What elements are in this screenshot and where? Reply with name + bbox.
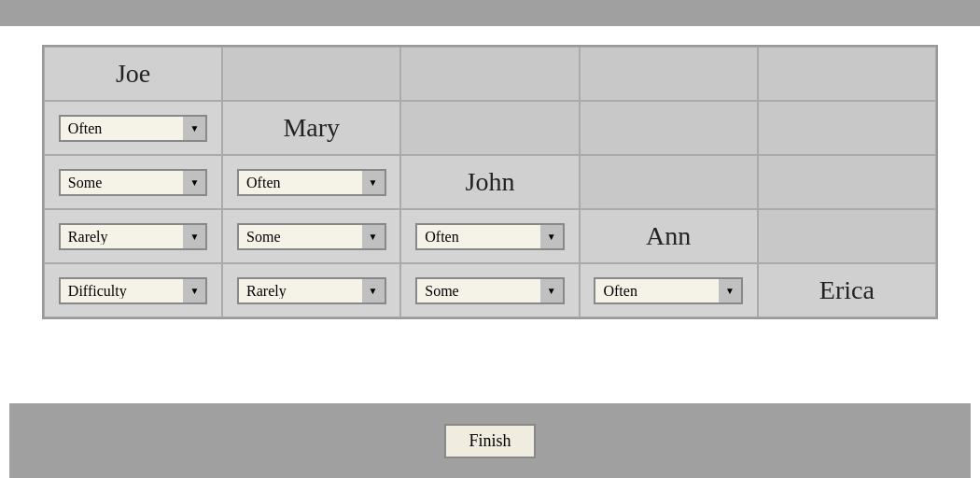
cell-r3-c1[interactable]: OftenSomeRarelyDifficulty▼ [222,209,400,263]
cell-r1-c1: Mary [222,101,400,155]
cell-r1-c0[interactable]: OftenSomeRarelyDifficulty▼ [44,101,222,155]
top-bar [0,0,980,26]
cell-r0-c1 [222,47,400,101]
dropdown-r4-c0[interactable]: OftenSomeRarelyDifficulty [59,277,207,304]
cell-r2-c2: John [400,155,579,209]
dropdown-r4-c2[interactable]: OftenSomeRarelyDifficulty [415,277,564,304]
cell-r3-c2[interactable]: OftenSomeRarelyDifficulty▼ [400,209,579,263]
cell-r0-c4 [758,47,936,101]
dropdown-wrapper-r3-c0: OftenSomeRarelyDifficulty▼ [59,223,207,250]
cell-r4-c1[interactable]: OftenSomeRarelyDifficulty▼ [222,263,400,317]
dropdown-r3-c1[interactable]: OftenSomeRarelyDifficulty [237,223,385,250]
cell-r1-c2 [400,101,579,155]
dropdown-wrapper-r2-c0: OftenSomeRarelyDifficulty▼ [59,169,207,196]
content-area: JoeOftenSomeRarelyDifficulty▼MaryOftenSo… [0,26,980,478]
dropdown-wrapper-r4-c0: OftenSomeRarelyDifficulty▼ [59,277,207,304]
grid: JoeOftenSomeRarelyDifficulty▼MaryOftenSo… [42,45,938,319]
dropdown-r2-c1[interactable]: OftenSomeRarelyDifficulty [237,169,385,196]
dropdown-r3-c2[interactable]: OftenSomeRarelyDifficulty [415,223,564,250]
cell-r0-c0: Joe [44,47,222,101]
dropdown-wrapper-r3-c1: OftenSomeRarelyDifficulty▼ [237,223,385,250]
cell-r2-c1[interactable]: OftenSomeRarelyDifficulty▼ [222,155,400,209]
cell-r2-c0[interactable]: OftenSomeRarelyDifficulty▼ [44,155,222,209]
dropdown-r2-c0[interactable]: OftenSomeRarelyDifficulty [59,169,207,196]
dropdown-r4-c1[interactable]: OftenSomeRarelyDifficulty [237,277,385,304]
dropdown-wrapper-r4-c2: OftenSomeRarelyDifficulty▼ [415,277,564,304]
dropdown-r3-c0[interactable]: OftenSomeRarelyDifficulty [59,223,207,250]
dropdown-r4-c3[interactable]: OftenSomeRarelyDifficulty [594,277,742,304]
cell-r4-c4: Erica [758,263,936,317]
dropdown-wrapper-r1-c0: OftenSomeRarelyDifficulty▼ [59,115,207,142]
dropdown-r1-c0[interactable]: OftenSomeRarelyDifficulty [59,115,207,142]
cell-r3-c0[interactable]: OftenSomeRarelyDifficulty▼ [44,209,222,263]
cell-r1-c4 [758,101,936,155]
cell-r4-c0[interactable]: OftenSomeRarelyDifficulty▼ [44,263,222,317]
dropdown-wrapper-r2-c1: OftenSomeRarelyDifficulty▼ [237,169,385,196]
cell-r0-c3 [580,47,758,101]
cell-r3-c3: Ann [580,209,758,263]
dropdown-wrapper-r4-c3: OftenSomeRarelyDifficulty▼ [594,277,742,304]
cell-r2-c4 [758,155,936,209]
dropdown-wrapper-r3-c2: OftenSomeRarelyDifficulty▼ [415,223,564,250]
cell-r4-c3[interactable]: OftenSomeRarelyDifficulty▼ [580,263,758,317]
finish-button[interactable]: Finish [444,424,535,458]
cell-r4-c2[interactable]: OftenSomeRarelyDifficulty▼ [400,263,579,317]
cell-r2-c3 [580,155,758,209]
cell-r3-c4 [758,209,936,263]
dropdown-wrapper-r4-c1: OftenSomeRarelyDifficulty▼ [237,277,385,304]
cell-r1-c3 [580,101,758,155]
bottom-bar: Finish [9,403,971,478]
cell-r0-c2 [400,47,579,101]
